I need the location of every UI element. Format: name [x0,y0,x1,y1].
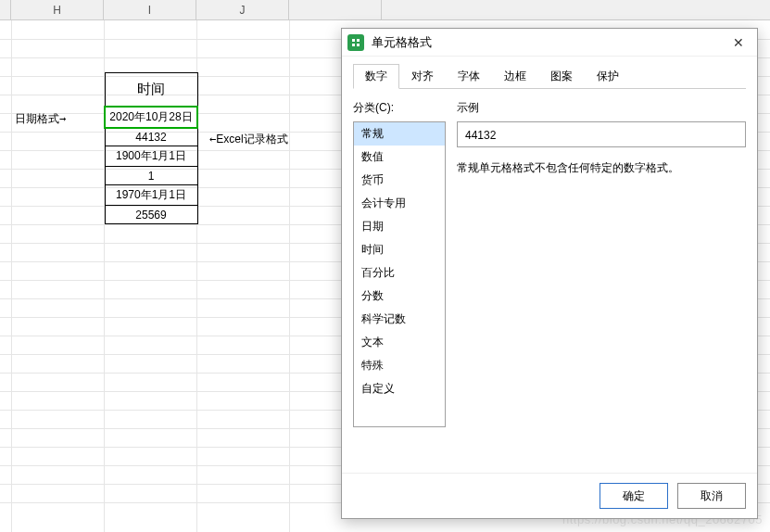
tab-font[interactable]: 字体 [446,64,492,89]
category-item-general[interactable]: 常规 [354,122,445,146]
table-cell[interactable]: 25569 [105,206,197,224]
dialog-footer: 确定 取消 [342,473,757,518]
category-item-scientific[interactable]: 科学记数 [354,308,445,331]
table-cell[interactable]: 1970年1月1日 [105,185,197,206]
data-table: 时间 2020年10月28日 44132 1900年1月1日 1 1970年1月… [104,72,198,224]
example-label: 示例 [457,100,746,116]
annotation-right: ←Excel记录格式 [209,132,288,147]
category-item-custom[interactable]: 自定义 [354,377,445,400]
arrow-right-icon: → [59,112,66,125]
category-list[interactable]: 常规 数值 货币 会计专用 日期 时间 百分比 分数 科学记数 文本 特殊 自定… [353,121,446,427]
tabs: 数字 对齐 字体 边框 图案 保护 [342,57,757,89]
tab-number[interactable]: 数字 [353,64,399,89]
tab-pattern[interactable]: 图案 [538,64,585,89]
col-header-j[interactable]: J [196,0,289,19]
format-cells-dialog: 单元格格式 ✕ 数字 对齐 字体 边框 图案 保护 分类(C): 常规 数值 货… [341,28,758,519]
col-header-next[interactable] [289,0,382,19]
table-cell[interactable]: 1 [105,167,197,185]
table-header[interactable]: 时间 [105,73,197,107]
table-cell[interactable]: 1900年1月1日 [105,146,197,167]
close-button[interactable]: ✕ [726,32,751,53]
category-item-fraction[interactable]: 分数 [354,285,445,308]
corner-cell [0,0,11,19]
category-item-date[interactable]: 日期 [354,215,445,238]
cell-selected[interactable]: 2020年10月28日 [105,107,197,128]
category-item-accounting[interactable]: 会计专用 [354,192,445,215]
dialog-title: 单元格格式 [372,34,726,51]
app-icon [347,34,364,51]
annotation-left: 日期格式→ [15,111,66,127]
category-item-time[interactable]: 时间 [354,238,445,261]
category-item-special[interactable]: 特殊 [354,354,445,377]
col-header-i[interactable]: I [104,0,196,19]
category-item-text[interactable]: 文本 [354,331,445,354]
column-headers: H I J [0,0,770,20]
close-icon: ✕ [733,35,744,50]
tab-border[interactable]: 边框 [492,64,538,89]
table-cell[interactable]: 44132 [105,128,197,146]
category-item-percentage[interactable]: 百分比 [354,261,445,285]
example-value: 44132 [457,121,746,147]
svg-rect-0 [350,37,361,48]
titlebar: 单元格格式 ✕ [342,29,757,57]
ok-button[interactable]: 确定 [600,483,668,509]
col-header-h[interactable]: H [11,0,104,19]
category-item-number[interactable]: 数值 [354,146,445,169]
tab-alignment[interactable]: 对齐 [399,64,446,89]
tab-protection[interactable]: 保护 [585,64,631,89]
category-label: 分类(C): [353,100,446,116]
cancel-button[interactable]: 取消 [677,483,746,509]
format-description: 常规单元格格式不包含任何特定的数字格式。 [457,160,746,176]
dialog-body: 分类(C): 常规 数值 货币 会计专用 日期 时间 百分比 分数 科学记数 文… [342,89,757,438]
category-item-currency[interactable]: 货币 [354,169,445,192]
